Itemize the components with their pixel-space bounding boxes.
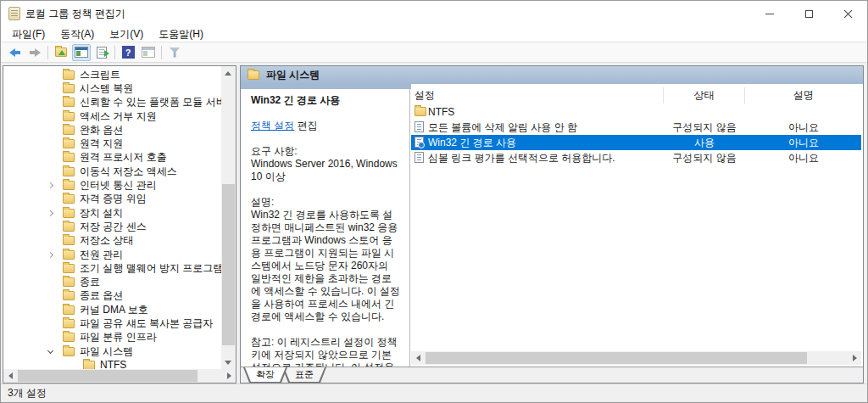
tree-item[interactable]: 스크립트 [3,68,221,81]
scroll-up-button[interactable] [221,66,235,80]
tree-item[interactable]: 커널 DMA 보호 [3,303,221,316]
tree-item[interactable]: 종료 옵션 [3,289,221,303]
scroll-left-button[interactable] [3,369,17,383]
policy-info-pane: Win32 긴 경로 사용 정책 설정 편집 요구 사항: Windows Se… [241,89,410,367]
tree-item[interactable]: 액세스 거부 지원 [3,109,221,123]
chevron-right-icon[interactable] [47,210,53,216]
console-tree: 스크립트 시스템 복원 신뢰할 수 있는 플랫폼 모듈 서비스 액세스 거부 지… [3,68,221,369]
statusbar: 3개 설정 [1,383,867,402]
menu-file[interactable]: 파일(F) [4,27,53,42]
scrollbar-thumb[interactable] [426,352,807,364]
description-block: 설명: Win32 긴 경로를 사용하도록 설정하면 매니페스트된 win32 … [251,196,401,323]
chevron-right-icon[interactable] [47,182,53,188]
list-row-ntfs[interactable]: NTFS [411,104,861,120]
policy-icon [415,121,424,132]
triangle-left-icon [8,372,13,379]
show-action-pane-icon [142,47,155,58]
list-row[interactable]: 심볼 링크 평가를 선택적으로 허용합니다. 구성되지 않음 아니요 [411,150,861,165]
show-console-tree-button[interactable] [72,44,91,61]
tree-item[interactable]: 장치 설치 [3,206,221,220]
forward-button[interactable] [25,44,44,61]
extended-view-pane: 파일 시스템 Win32 긴 경로 사용 정책 설정 편집 요구 사항: Win… [240,65,864,383]
column-header-comment[interactable]: 설명 [746,87,861,104]
back-icon [9,48,20,57]
policy-icon [415,152,424,163]
export-list-button[interactable] [92,44,111,61]
scroll-right-button[interactable] [222,369,236,383]
column-header-setting[interactable]: 설정 [415,87,662,104]
tree-item[interactable]: 신뢰할 수 있는 플랫폼 모듈 서비스 [3,96,221,109]
folder-icon [63,153,75,162]
tree-item[interactable]: 종료 [3,275,221,288]
menu-action[interactable]: 동작(A) [53,27,102,42]
requirements-block: 요구 사항: Windows Server 2016, Windows 10 이… [251,145,401,183]
scrollbar-thumb[interactable] [222,184,235,345]
back-button[interactable] [5,44,24,61]
folder-icon [63,112,75,121]
list-horizontal-scrollbar[interactable] [411,351,861,365]
folder-icon [63,84,75,93]
tree-item[interactable]: 자격 증명 위임 [3,193,221,206]
tree-item[interactable]: 원격 프로시저 호출 [3,151,221,165]
triangle-right-icon [227,372,231,379]
requirements-value: Windows Server 2016, Windows 10 이상 [251,158,401,183]
menu-view[interactable]: 보기(V) [102,27,151,42]
chevron-right-icon[interactable] [47,251,53,257]
section-title: 파일 시스템 [266,68,320,82]
tree-item[interactable]: 이동식 저장소 액세스 [3,165,221,178]
folder-icon [63,167,75,176]
scroll-left-button[interactable] [411,351,425,365]
scroll-right-button[interactable] [848,351,861,365]
tree-item[interactable]: 조기 실행 맬웨어 방지 프로그램 [3,261,221,275]
close-button[interactable] [828,1,867,26]
show-console-tree-icon [75,47,88,58]
tree-item[interactable]: 파일 분류 인프라 [3,331,221,344]
scrollbar-thumb[interactable] [18,370,198,382]
minimize-button[interactable] [750,1,789,26]
filter-button[interactable] [165,44,184,61]
folder-icon [63,98,75,107]
description-label: 설명: [251,196,401,209]
tree-item[interactable]: 저장 공간 센스 [3,220,221,233]
description-paragraph-2: 참고: 이 레지스트리 설정이 정책 키에 저장되지 않았으므로 기본 설정으로… [251,336,401,367]
tree-vertical-scrollbar[interactable] [221,66,236,369]
maximize-button[interactable] [789,1,828,26]
tree-item[interactable]: 전원 관리 [3,248,221,261]
toolbar-separator [47,46,48,59]
up-one-level-button[interactable] [52,44,70,61]
policy-setting-link[interactable]: 정책 설정 [251,120,294,132]
tree-horizontal-scrollbar[interactable] [3,369,236,383]
tree-item-ntfs[interactable]: NTFS [3,358,221,369]
forward-icon [30,48,41,57]
tree-item[interactable]: 저장소 상태 [3,234,221,248]
tree-item-file-system[interactable]: 파일 시스템 [3,344,221,358]
export-list-icon [97,47,107,59]
folder-icon [63,277,75,287]
tree-item[interactable]: 인터넷 통신 관리 [3,178,221,192]
toolbar-separator [114,46,115,59]
toolbar [1,42,867,63]
list-row[interactable]: 모든 볼륨에 삭제 알림 사용 안 함 구성되지 않음 아니요 [411,120,861,135]
folder-up-icon [55,48,67,57]
view-tabs: 확장 표준 [241,367,863,383]
list-row-selected[interactable]: Win32 긴 경로 사용 사용 아니요 [411,135,861,150]
tree-item[interactable]: 파일 공유 섀도 복사본 공급자 [3,316,221,330]
app-window: 로컬 그룹 정책 편집기 파일(F) 동작(A) 보기(V) 도움말(H) 스크… [0,0,868,403]
tab-extended[interactable]: 확장 [243,367,287,383]
edit-policy-line: 정책 설정 편집 [251,120,401,132]
tree-item[interactable]: 시스템 복원 [3,81,221,95]
tree-item[interactable]: 완화 옵션 [3,123,221,137]
tab-standard[interactable]: 표준 [282,367,326,383]
folder-icon [63,194,75,204]
tree-item[interactable]: 원격 지원 [3,137,221,150]
menu-help[interactable]: 도움말(H) [151,27,211,42]
description-paragraph-1: Win32 긴 경로를 사용하도록 설정하면 매니페스트된 win32 응용 프… [251,209,401,323]
folder-icon [63,139,75,148]
column-header-state[interactable]: 상태 [663,87,745,104]
chevron-down-icon[interactable] [47,348,53,354]
titlebar: 로컬 그룹 정책 편집기 [1,1,867,26]
close-icon [843,9,853,19]
help-button[interactable] [119,44,137,61]
scroll-down-button[interactable] [221,355,235,369]
show-action-pane-button[interactable] [139,44,158,61]
